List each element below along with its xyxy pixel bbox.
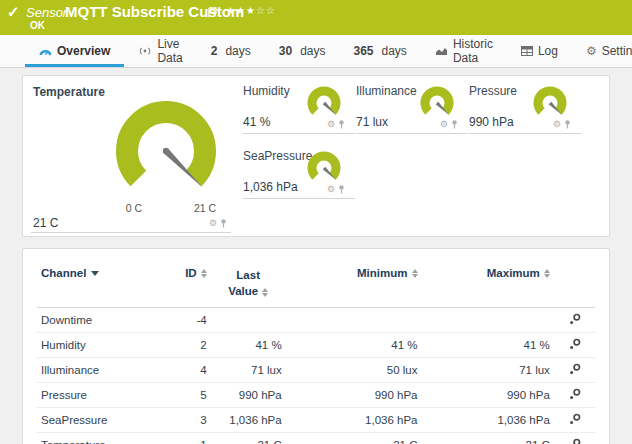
- gauge-settings-gear-icon[interactable]: ⚙: [327, 120, 335, 129]
- pressure-gauge-label: Pressure: [469, 84, 517, 98]
- priority-stars[interactable]: ★★★☆☆: [226, 5, 276, 16]
- table-row[interactable]: Temperature 1 21 C 21 C 21 C: [37, 433, 595, 444]
- tab-365-days[interactable]: 365 days: [339, 35, 420, 67]
- cell-last-value: 71 lux: [211, 358, 286, 383]
- sensor-kind-label: Sensor: [26, 5, 67, 20]
- humidity-gauge-value: 41 %: [243, 115, 270, 129]
- divider: [31, 232, 231, 233]
- column-header-maximum[interactable]: Maximum: [422, 257, 554, 308]
- tab-log-label: Log: [538, 44, 558, 58]
- cell-minimum: 41 %: [286, 333, 422, 358]
- temperature-scale-min: 0 C: [119, 202, 149, 214]
- table-row[interactable]: Humidity 2 41 % 41 % 41 %: [37, 333, 595, 358]
- gauge-settings-gear-icon[interactable]: ⚙: [209, 219, 217, 228]
- empty-cell: [356, 145, 468, 201]
- cell-id: 3: [161, 408, 211, 433]
- table-row[interactable]: SeaPressure 3 1,036 hPa 1,036 hPa 1,036 …: [37, 408, 595, 433]
- gauge-pin-icon[interactable]: [564, 120, 571, 129]
- cell-last-value: [211, 308, 286, 333]
- gauge-pin-icon[interactable]: [220, 219, 227, 228]
- gauge-settings-gear-icon[interactable]: ⚙: [553, 120, 561, 129]
- sort-both-icon: [262, 288, 268, 297]
- gear-icon: ⚙: [586, 45, 597, 57]
- cell-minimum: 50 lux: [286, 358, 422, 383]
- gauge-pin-icon[interactable]: [338, 185, 345, 194]
- edit-channel-wrench-icon[interactable]: [569, 338, 581, 350]
- tab-bar: Overview Live Data 2 days 30 days 365 da…: [0, 35, 632, 68]
- edit-channel-wrench-icon[interactable]: [569, 388, 581, 400]
- cell-maximum: 41 %: [422, 333, 554, 358]
- overview-content: Temperature 0 C 21 C 21 C ⚙ Humidity: [0, 68, 632, 444]
- tab-live-data[interactable]: Live Data: [124, 35, 196, 67]
- tab-historic-data[interactable]: Historic Data: [421, 35, 507, 67]
- cell-last-value: 21 C: [211, 433, 286, 444]
- cell-id: 5: [161, 383, 211, 408]
- cell-channel[interactable]: Illuminance: [37, 358, 161, 383]
- table-row[interactable]: Pressure 5 990 hPa 990 hPa 990 hPa: [37, 383, 595, 408]
- seapressure-gauge-cell: SeaPressure 1,036 hPa ⚙: [243, 145, 355, 201]
- gauge-settings-gear-icon[interactable]: ⚙: [327, 185, 335, 194]
- tab-30-days[interactable]: 30 days: [265, 35, 340, 67]
- temperature-gauge-label: Temperature: [33, 85, 105, 99]
- cell-last-value: 1,036 hPa: [211, 408, 286, 433]
- cell-maximum: 990 hPa: [422, 383, 554, 408]
- edit-channel-wrench-icon[interactable]: [569, 438, 581, 444]
- tab-30-days-label: days: [300, 44, 325, 58]
- table-row[interactable]: Illuminance 4 71 lux 50 lux 71 lux: [37, 358, 595, 383]
- cell-channel[interactable]: Downtime: [37, 308, 161, 333]
- divider: [243, 133, 355, 134]
- tab-overview[interactable]: Overview: [25, 35, 124, 67]
- tab-365-days-number: 365: [353, 44, 373, 58]
- divider: [356, 133, 468, 134]
- log-table-icon: [521, 46, 533, 56]
- live-data-icon: [138, 46, 152, 56]
- stars-filled: ★★★: [226, 5, 256, 16]
- humidity-gauge-cell: Humidity 41 % ⚙: [243, 80, 355, 136]
- cell-maximum: 71 lux: [422, 358, 554, 383]
- sensor-header: ✓ Sensor MQTT Subscribe Custom ★★★☆☆ OK: [0, 0, 632, 35]
- sort-both-icon: [201, 269, 207, 278]
- tab-2-days[interactable]: 2 days: [197, 35, 265, 67]
- cell-last-value: 41 %: [211, 333, 286, 358]
- temperature-gauge-dial: [106, 89, 226, 209]
- cell-channel[interactable]: Pressure: [37, 383, 161, 408]
- humidity-gauge-dial: [305, 83, 343, 121]
- humidity-gauge-label: Humidity: [243, 84, 290, 98]
- gauges-panel: Temperature 0 C 21 C 21 C ⚙ Humidity: [22, 75, 610, 237]
- tab-settings[interactable]: ⚙ Settings: [572, 35, 632, 67]
- sort-both-icon: [412, 269, 418, 278]
- column-header-id[interactable]: ID: [161, 257, 211, 308]
- gauge-pin-icon[interactable]: [338, 120, 345, 129]
- cell-last-value: 990 hPa: [211, 383, 286, 408]
- cell-channel[interactable]: SeaPressure: [37, 408, 161, 433]
- illuminance-gauge-value: 71 lux: [356, 115, 388, 129]
- table-row[interactable]: Downtime -4: [37, 308, 595, 333]
- pressure-gauge-cell: Pressure 990 hPa ⚙: [469, 80, 581, 136]
- cell-channel[interactable]: Temperature: [37, 433, 161, 444]
- column-header-actions: [554, 257, 595, 308]
- channel-table: Channel ID Last Value Minimum Maximum Do…: [37, 257, 595, 444]
- cell-maximum: 1,036 hPa: [422, 408, 554, 433]
- tab-historic-data-label: Historic Data: [453, 37, 493, 65]
- column-header-last-value[interactable]: Last Value: [211, 257, 286, 308]
- gauge-settings-gear-icon[interactable]: ⚙: [440, 120, 448, 129]
- historic-data-icon: [435, 46, 448, 56]
- tab-365-days-label: days: [382, 44, 407, 58]
- cell-id: 1: [161, 433, 211, 444]
- edit-channel-wrench-icon[interactable]: [569, 313, 581, 325]
- illuminance-gauge-cell: Illuminance 71 lux ⚙: [356, 80, 468, 136]
- tab-2-days-label: days: [225, 44, 250, 58]
- sensor-title: MQTT Subscribe Custom: [65, 3, 244, 20]
- column-header-channel[interactable]: Channel: [37, 257, 161, 308]
- status-badge: OK: [30, 20, 45, 31]
- column-header-minimum[interactable]: Minimum: [286, 257, 422, 308]
- gauge-pin-icon[interactable]: [451, 120, 458, 129]
- cell-channel[interactable]: Humidity: [37, 333, 161, 358]
- edit-channel-wrench-icon[interactable]: [569, 413, 581, 425]
- illuminance-gauge-dial: [418, 83, 456, 121]
- flag-icon[interactable]: [208, 4, 217, 22]
- temperature-gauge-value: 21 C: [33, 216, 58, 230]
- edit-channel-wrench-icon[interactable]: [569, 363, 581, 375]
- tab-log[interactable]: Log: [507, 35, 572, 67]
- divider: [469, 133, 581, 134]
